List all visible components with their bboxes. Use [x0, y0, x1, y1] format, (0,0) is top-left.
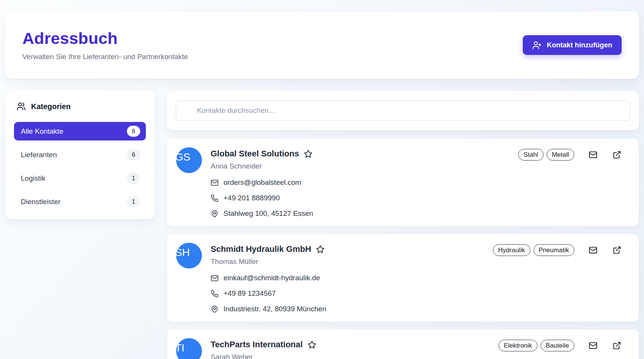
sidebar-header: Kategorien — [14, 102, 146, 111]
avatar: TI — [176, 338, 202, 359]
contact-person: Anna Schneider — [211, 162, 515, 170]
tag: Stahl — [518, 149, 544, 161]
name-row: Global Steel Solutions — [211, 149, 515, 159]
sidebar-title: Kategorien — [31, 102, 70, 111]
address-row: Industriestr. 42, 80939 München — [211, 305, 490, 313]
add-contact-button[interactable]: Kontakt hinzufügen — [523, 35, 622, 55]
address-row: Stahlweg 100, 45127 Essen — [211, 209, 515, 218]
category-label: Dienstleister — [21, 198, 61, 206]
avatar-initials: SH — [176, 247, 190, 258]
add-contact-label: Kontakt hinzufügen — [547, 41, 612, 49]
page-subtitle: Verwalten Sie Ihre Lieferanten- und Part… — [22, 53, 188, 61]
company-name: Global Steel Solutions — [211, 149, 299, 159]
favorite-star-icon[interactable] — [316, 245, 325, 254]
contact-card: SH Schmidt Hydraulik GmbH Thomas Müller — [167, 234, 639, 322]
avatar-initials: GS — [176, 152, 190, 162]
header-card: Adressbuch Verwalten Sie Ihre Lieferante… — [5, 11, 639, 79]
avatar-initials: TI — [176, 343, 184, 353]
tag: Elektronik — [499, 340, 538, 351]
category-label: Lieferanten — [21, 151, 57, 159]
company-name: Schmidt Hydraulik GmbH — [211, 244, 311, 254]
mail-icon — [211, 179, 219, 187]
contact-info: Global Steel Solutions Anna Schneider or… — [211, 147, 515, 218]
category-count-badge: 6 — [127, 149, 140, 160]
search-card — [167, 91, 639, 130]
address-value: Industriestr. 42, 80939 München — [224, 305, 326, 313]
name-row: TechParts International — [211, 340, 496, 350]
open-contact-button[interactable] — [610, 148, 624, 161]
mail-icon — [589, 341, 597, 350]
main-column: GS Global Steel Solutions Anna Schneider — [167, 91, 639, 359]
contact-card: GS Global Steel Solutions Anna Schneider — [167, 138, 639, 226]
email-row: orders@globalsteel.com — [211, 178, 515, 187]
sidebar-item-dienstleister[interactable]: Dienstleister 1 — [14, 192, 146, 211]
tag: Metall — [547, 149, 574, 161]
email-value: einkauf@schmidt-hydraulik.de — [224, 274, 320, 282]
users-icon — [17, 102, 26, 111]
map-pin-icon — [211, 305, 219, 313]
phone-value: +49 89 1234567 — [224, 289, 276, 298]
email-value: orders@globalsteel.com — [224, 178, 301, 187]
page: Adressbuch Verwalten Sie Ihre Lieferante… — [0, 0, 644, 359]
contact-info: TechParts International Sarah Weber — [211, 338, 496, 359]
name-row: Schmidt Hydraulik GmbH — [211, 244, 490, 254]
contact-person: Sarah Weber — [211, 353, 496, 359]
page-title: Adressbuch — [22, 29, 188, 48]
card-actions: Hydraulik Pneumatik — [490, 243, 624, 257]
tag: Bauteile — [541, 340, 574, 351]
contact-details: orders@globalsteel.com +49 201 8889990 S… — [211, 178, 515, 218]
send-mail-button[interactable] — [586, 148, 600, 161]
mail-icon — [589, 246, 597, 254]
category-count-badge: 1 — [127, 196, 140, 207]
contact-person: Thomas Müller — [211, 258, 490, 266]
tag: Hydraulik — [493, 244, 530, 256]
contact-info: Schmidt Hydraulik GmbH Thomas Müller ein… — [211, 243, 490, 313]
category-label: Logistik — [21, 174, 45, 183]
avatar: SH — [176, 243, 202, 268]
category-count-badge: 8 — [127, 126, 140, 137]
user-plus-icon — [532, 41, 542, 50]
favorite-star-icon[interactable] — [304, 150, 313, 158]
categories-sidebar: Kategorien Alle Kontakte 8 Lieferanten 6… — [5, 91, 155, 219]
contact-details: einkauf@schmidt-hydraulik.de +49 89 1234… — [211, 274, 490, 313]
header-text: Adressbuch Verwalten Sie Ihre Lieferante… — [22, 29, 188, 61]
address-value: Stahlweg 100, 45127 Essen — [224, 209, 313, 218]
phone-icon — [211, 194, 219, 202]
external-link-icon — [613, 246, 621, 254]
send-mail-button[interactable] — [586, 243, 600, 257]
mail-icon — [589, 150, 597, 159]
open-contact-button[interactable] — [610, 339, 624, 352]
mail-icon — [211, 274, 219, 282]
company-name: TechParts International — [211, 340, 303, 350]
phone-row: +49 201 8889990 — [211, 194, 515, 202]
category-count-badge: 1 — [127, 173, 140, 184]
external-link-icon — [613, 341, 621, 350]
sidebar-item-lieferanten[interactable]: Lieferanten 6 — [14, 145, 146, 164]
send-mail-button[interactable] — [586, 339, 600, 352]
email-row: einkauf@schmidt-hydraulik.de — [211, 274, 490, 282]
category-list: Alle Kontakte 8 Lieferanten 6 Logistik 1… — [14, 122, 146, 211]
content: Kategorien Alle Kontakte 8 Lieferanten 6… — [5, 91, 639, 359]
sidebar-item-alle-kontakte[interactable]: Alle Kontakte 8 — [14, 122, 146, 140]
phone-icon — [211, 290, 219, 298]
phone-value: +49 201 8889990 — [224, 194, 280, 202]
contact-list: GS Global Steel Solutions Anna Schneider — [167, 138, 639, 359]
map-pin-icon — [211, 210, 219, 218]
category-label: Alle Kontakte — [21, 127, 63, 136]
avatar: GS — [176, 147, 202, 173]
tag: Pneumatik — [533, 244, 574, 256]
open-contact-button[interactable] — [610, 243, 624, 257]
sidebar-item-logistik[interactable]: Logistik 1 — [14, 169, 146, 187]
card-actions: Elektronik Bauteile — [496, 339, 624, 352]
phone-row: +49 89 1234567 — [211, 289, 490, 298]
external-link-icon — [613, 150, 621, 159]
card-actions: Stahl Metall — [515, 148, 624, 161]
search-input[interactable] — [176, 100, 630, 121]
contact-card: TI TechParts International Sarah Weber E… — [167, 329, 639, 359]
favorite-star-icon[interactable] — [308, 340, 316, 349]
